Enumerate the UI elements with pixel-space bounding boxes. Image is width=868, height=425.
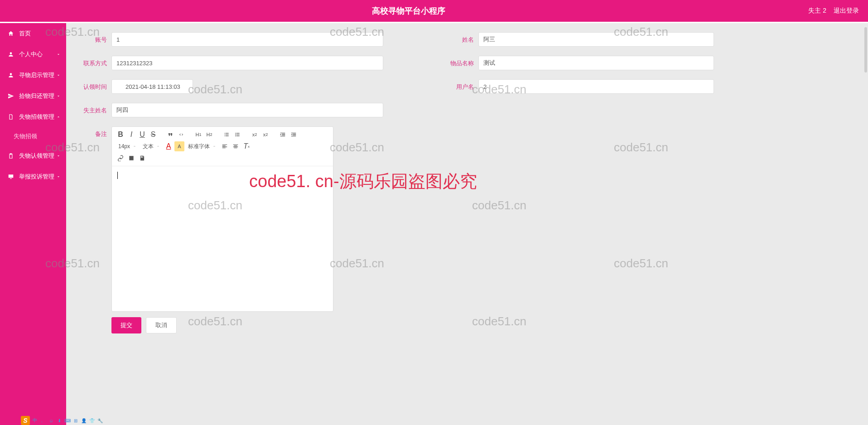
outdent-icon[interactable] [289, 130, 299, 140]
indent-icon[interactable] [278, 130, 288, 140]
sidebar-item-label: 首页 [19, 29, 31, 38]
username-label: 用户名 [442, 79, 478, 91]
form-col: 姓名 [442, 32, 714, 47]
user-label[interactable]: 失主 2 [808, 7, 826, 15]
chevron-down-icon [56, 73, 61, 77]
send-icon [7, 92, 14, 100]
sidebar-subitem-lost-found[interactable]: 失物招领 [0, 127, 66, 145]
code-icon[interactable] [176, 130, 186, 140]
chevron-up-icon [56, 115, 61, 119]
chevron-down-icon [56, 154, 61, 158]
font-color-icon[interactable]: A [164, 141, 174, 151]
main: 首页 个人中心 寻物启示管理 拾物归还管理 失物招领管理 失物招领 [0, 23, 868, 425]
name-label: 姓名 [442, 32, 478, 44]
underline-icon[interactable]: U [137, 130, 147, 140]
ime-taskbar: 中 、 ☺ ⬇ ⌨ ⊞ 👤 👕 🔧 [31, 417, 104, 424]
sidebar-item-home[interactable]: 首页 [0, 23, 66, 44]
sidebar: 首页 个人中心 寻物启示管理 拾物归还管理 失物招领管理 失物招领 [0, 23, 66, 425]
ime-btn[interactable]: 、 [39, 417, 47, 424]
form-col: 认领时间 [75, 79, 383, 94]
remark-label: 备注 [75, 126, 111, 138]
form-row: 账号 姓名 [75, 32, 850, 47]
bold-icon[interactable]: B [116, 130, 125, 140]
ime-btn[interactable]: 中 [31, 417, 39, 424]
sidebar-item-label: 寻物启示管理 [19, 71, 54, 79]
button-row: 提交 取消 [111, 317, 333, 333]
sidebar-item-label: 失物认领管理 [19, 152, 54, 160]
claim-time-label: 认领时间 [75, 79, 111, 91]
chevron-down-icon [56, 52, 61, 57]
ime-btn[interactable]: ⌨ [63, 417, 72, 424]
sidebar-item-label: 拾物归还管理 [19, 92, 54, 100]
ime-btn[interactable]: 🔧 [96, 417, 104, 424]
sidebar-subitem-label: 失物招领 [14, 132, 37, 140]
text-cursor [117, 172, 118, 179]
fontfamily-select[interactable]: 标准字体 [185, 141, 219, 151]
header: 高校寻物平台小程序 失主 2 退出登录 [0, 0, 868, 22]
doc-icon [7, 113, 14, 121]
editor-wrap: B I U S H1 H2 [111, 126, 333, 333]
loser-label: 失主姓名 [75, 103, 111, 115]
clear-format-icon[interactable]: Tx [241, 141, 251, 151]
chevron-down-icon [56, 174, 61, 179]
subscript-icon[interactable]: x2 [250, 130, 260, 140]
contact-label: 联系方式 [75, 56, 111, 68]
loser-input[interactable] [111, 103, 383, 117]
user-icon [7, 51, 14, 58]
sidebar-item-report[interactable]: 举报投诉管理 [0, 166, 66, 187]
superscript-icon[interactable]: x2 [260, 130, 270, 140]
svg-point-2 [235, 134, 236, 135]
ime-btn[interactable]: ⬇ [55, 417, 63, 424]
form-col: 失主姓名 [75, 103, 383, 117]
account-input[interactable] [111, 32, 383, 47]
form-col: 备注 B I U S H1 H2 [75, 126, 850, 333]
monitor-icon [7, 173, 14, 180]
sidebar-item-claim[interactable]: 失物认领管理 [0, 145, 66, 166]
align-left-icon[interactable] [220, 141, 230, 151]
ime-btn[interactable]: ⊞ [72, 417, 80, 424]
item-input[interactable] [478, 56, 714, 70]
ime-btn[interactable]: 👤 [80, 417, 88, 424]
sidebar-item-label: 举报投诉管理 [19, 173, 54, 181]
image-icon[interactable] [126, 153, 136, 163]
link-icon[interactable] [116, 153, 125, 163]
fontsize-select[interactable]: 14px [116, 141, 139, 151]
strike-icon[interactable]: S [148, 130, 158, 140]
sidebar-item-lost-found[interactable]: 失物招领管理 [0, 106, 66, 127]
logout-button[interactable]: 退出登录 [834, 7, 859, 15]
sidebar-item-label: 个人中心 [19, 50, 43, 58]
ime-btn[interactable]: ☺ [47, 417, 55, 424]
ime-btn[interactable]: 👕 [88, 417, 96, 424]
chevron-down-icon [56, 94, 61, 98]
italic-icon[interactable]: I [126, 130, 136, 140]
clipboard-icon [7, 152, 14, 159]
form-col: 用户名 [442, 79, 714, 94]
account-label: 账号 [75, 32, 111, 44]
style-select[interactable]: 文本 [140, 141, 163, 151]
name-input[interactable] [478, 32, 714, 47]
scrollbar[interactable] [864, 27, 867, 72]
sidebar-item-lost-notice[interactable]: 寻物启示管理 [0, 65, 66, 86]
form-row: 联系方式 物品名称 [75, 56, 850, 70]
claim-time-input[interactable] [111, 79, 193, 94]
editor-body[interactable] [112, 166, 333, 311]
align-center-icon[interactable] [231, 141, 241, 151]
cancel-button[interactable]: 取消 [146, 317, 177, 333]
save-icon[interactable] [137, 153, 147, 163]
quote-icon[interactable] [165, 130, 175, 140]
unordered-list-icon[interactable] [232, 130, 242, 140]
bg-color-icon[interactable]: A [174, 141, 184, 151]
sogou-ime-icon[interactable]: S [21, 416, 30, 425]
h2-icon[interactable]: H2 [204, 130, 214, 140]
sidebar-item-profile[interactable]: 个人中心 [0, 44, 66, 65]
ordered-list-icon[interactable] [222, 130, 231, 140]
submit-button[interactable]: 提交 [111, 317, 141, 333]
home-icon [7, 30, 14, 37]
h1-icon[interactable]: H1 [193, 130, 203, 140]
contact-input[interactable] [111, 56, 383, 70]
sidebar-item-found-return[interactable]: 拾物归还管理 [0, 86, 66, 106]
user-icon [7, 72, 14, 79]
form-row: 失主姓名 [75, 103, 850, 117]
content: 账号 姓名 联系方式 物品名称 认领时间 [66, 23, 868, 425]
username-input[interactable] [478, 79, 714, 94]
